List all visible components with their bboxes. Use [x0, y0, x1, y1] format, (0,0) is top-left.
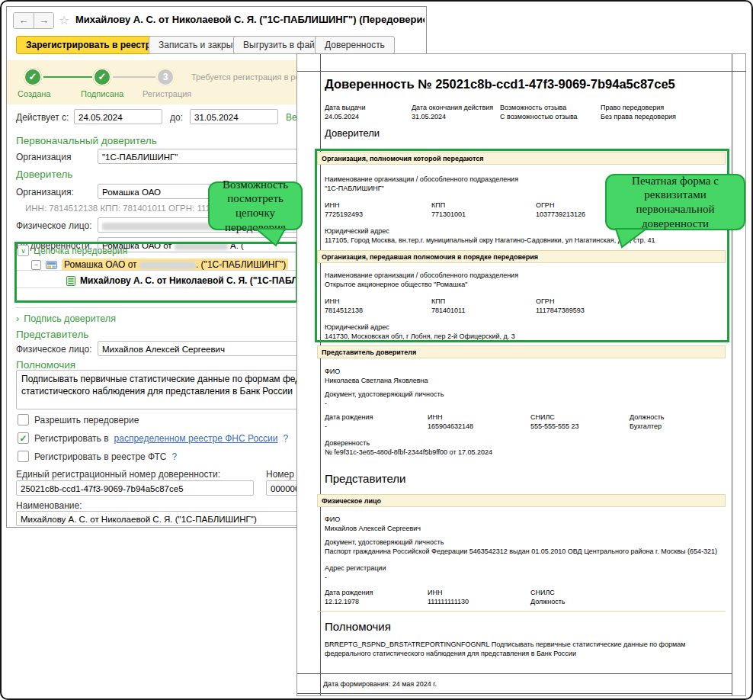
back-icon[interactable]: ←	[14, 13, 34, 28]
rep-person-input[interactable]: Михайлов Алексей Сергеевич	[98, 341, 326, 356]
section-divider	[317, 611, 726, 612]
valid-from-input[interactable]: 24.05.2024	[74, 109, 162, 124]
chain-group-label: Цепочка передоверия	[34, 246, 127, 256]
tree-divider	[16, 307, 296, 308]
step-created-label: Создана	[18, 89, 50, 98]
principal-rep-fio: ФИОНиколаева Светлана Яковлевна	[325, 367, 428, 385]
meta-label: Возможность отзыва	[500, 103, 585, 112]
rep-doc: Документ, удостоверяющий личностьПаспорт…	[325, 538, 721, 556]
step-connector	[113, 76, 155, 78]
check-icon: ✓	[19, 433, 27, 444]
print-form-window: Доверенность № 25021c8b-ccd1-47f3-9069-7…	[296, 53, 746, 696]
register-fns-checkbox[interactable]: ✓	[18, 432, 29, 444]
allow-subdelegation-row: Разрешить передоверие	[18, 414, 139, 425]
rep-address: Адрес регистрации-	[325, 564, 386, 582]
register-in-registry-button[interactable]: Зарегистрировать в реестре	[16, 36, 166, 54]
check-icon: ✓	[98, 71, 107, 82]
uid-input[interactable]: 25021c8b-ccd1-47f3-9069-7b94a5c87ce5	[16, 480, 254, 496]
meta-value: 24.05.2024	[325, 112, 410, 121]
chain-group-header[interactable]: ∨ Цепочка передоверия	[18, 245, 127, 256]
principal-rep-doc: Документ, удостоверяющий личность-	[325, 390, 444, 408]
principals-heading: Доверители	[325, 127, 380, 139]
forward-icon[interactable]: →	[34, 13, 53, 28]
allow-subdelegation-checkbox[interactable]	[18, 414, 29, 425]
uid-label: Единый регистрационный номер доверенност…	[16, 469, 220, 480]
section-initial-principal: Первоначальный доверитель	[16, 135, 157, 146]
collapse-minus-icon[interactable]: −	[31, 260, 41, 270]
meta-value: 31.05.2024	[412, 112, 497, 121]
meta-label: Дата выдачи	[325, 103, 410, 112]
powers-heading: Полномочия	[325, 620, 391, 633]
meta-value: Без права передоверия	[601, 112, 686, 121]
valid-to-input[interactable]: 31.05.2024	[190, 109, 278, 124]
allow-subdelegation-label: Разрешить передоверие	[34, 415, 139, 425]
window-title: Михайлову А. С. от Николаевой С. Я. ("1С…	[75, 14, 425, 25]
print-callout: Печатная форма с реквизитами первоначаль…	[605, 174, 745, 230]
chain-callout-tail	[253, 227, 288, 247]
principal-org-label: Организация:	[16, 187, 74, 197]
sub-poa-icon	[66, 276, 75, 286]
grid-line	[297, 71, 746, 72]
meta-expiry-date: Дата окончания действия 31.05.2024	[412, 103, 497, 121]
step-registration-label: Регистрация	[143, 89, 191, 98]
fts-help-link[interactable]: ?	[172, 451, 178, 462]
meta-value: С возможностью отзыва	[500, 112, 585, 121]
grid-line	[732, 54, 732, 695]
rep-fio: ФИОМихайлов Алексей Сергеевич	[325, 515, 421, 533]
principal-signature-link[interactable]: › Подпись доверителя	[16, 313, 116, 324]
fns-help-link[interactable]: ?	[284, 433, 289, 444]
register-fns-row: ✓ Регистрировать в распределенном реестр…	[18, 432, 288, 444]
rep-bar: Физическое лицо	[317, 494, 726, 507]
org2-name: Наименование организации / обособленного…	[325, 271, 518, 289]
redacted-text	[102, 223, 216, 230]
step-signed-label: Подписана	[81, 89, 123, 98]
principal-rep-details: Дата рождения- ИНН165904632148 СНИЛС555-…	[325, 413, 665, 431]
org2-address: Юридический адрес141730, Московская обл,…	[325, 323, 706, 341]
step-signed-icon: ✓	[93, 68, 111, 86]
register-fts-label: Регистрировать в реестре ФТС	[34, 451, 167, 462]
poa-menu-button[interactable]: Доверенность	[315, 36, 395, 54]
section-powers: Полномочия	[16, 359, 75, 371]
org-poa-icon	[46, 260, 57, 270]
meta-subdelegation-right: Право передоверия Без права передоверия	[601, 103, 686, 121]
org1-bar: Организация, полномочия которой передают…	[317, 152, 726, 165]
section-principal: Доверитель	[16, 169, 72, 180]
principal-rep-bar: Представитель доверителя	[317, 345, 726, 358]
redacted-text	[175, 242, 228, 250]
register-fts-checkbox[interactable]	[18, 451, 29, 462]
grid-line	[297, 693, 732, 694]
valid-to-label: до:	[170, 112, 183, 123]
meta-revocability: Возможность отзыва С возможностью отзыва	[500, 103, 585, 121]
fns-registry-link[interactable]: распределенном реестре ФНС России	[114, 433, 278, 444]
person-label: Физическое лицо:	[16, 220, 91, 231]
step-connector	[43, 76, 92, 78]
section-representative: Представитель	[16, 329, 88, 340]
org1-name: Наименование организации / обособленного…	[325, 175, 518, 193]
screenshot-frame: ← → ☆ Михайлову А. С. от Николаевой С. Я…	[0, 0, 753, 700]
chain-tree-row-1[interactable]: − Ромашка ОАО от . ("1С-ПАБЛИШИНГ")	[31, 258, 288, 271]
nav-buttons: ← →	[13, 12, 54, 29]
initial-principal-org-input[interactable]: "1С-ПАБЛИШИНГ"	[98, 149, 326, 164]
by-poa-input[interactable]: Ромашка ОАО от А. (	[98, 237, 326, 252]
step-number: 3	[162, 71, 168, 82]
grid-line	[297, 673, 732, 674]
name-label: Наименование:	[16, 500, 82, 511]
print-title: Доверенность № 25021c8b-ccd1-47f3-9069-7…	[325, 77, 675, 92]
meta-issue-date: Дата выдачи 24.05.2024	[325, 103, 410, 121]
signature-link-label: Подпись доверителя	[24, 313, 116, 324]
org2-bar: Организация, передавшая полномочия в пор…	[317, 250, 726, 263]
valid-from-label: Действует с:	[16, 112, 69, 123]
collapse-chevron-icon[interactable]: ∨	[18, 245, 29, 256]
title-bar: ← → ☆ Михайлову А. С. от Николаевой С. Я…	[7, 7, 426, 34]
powers-text: BRREPTG_RSPND_BRSTATREPORTINGNFOGNRL Под…	[325, 640, 721, 658]
rep-details: Дата рождения12.12.1978 ИНН111111111130 …	[325, 588, 630, 606]
check-icon: ✓	[29, 71, 37, 82]
generated-date: Дата формирования: 24 мая 2024 г.	[323, 679, 437, 689]
org1-ids: ИНН7725192493 КПП771301001 ОГРН103773921…	[325, 201, 585, 219]
print-callout-tail	[611, 227, 649, 249]
favorite-star-icon[interactable]: ☆	[59, 13, 69, 27]
reps-heading: Представители	[325, 472, 405, 485]
meta-label: Дата окончания действия	[412, 103, 497, 112]
grid-line	[320, 54, 321, 695]
chain-callout: Возможность посмотреть цепочку передовер…	[208, 181, 303, 230]
